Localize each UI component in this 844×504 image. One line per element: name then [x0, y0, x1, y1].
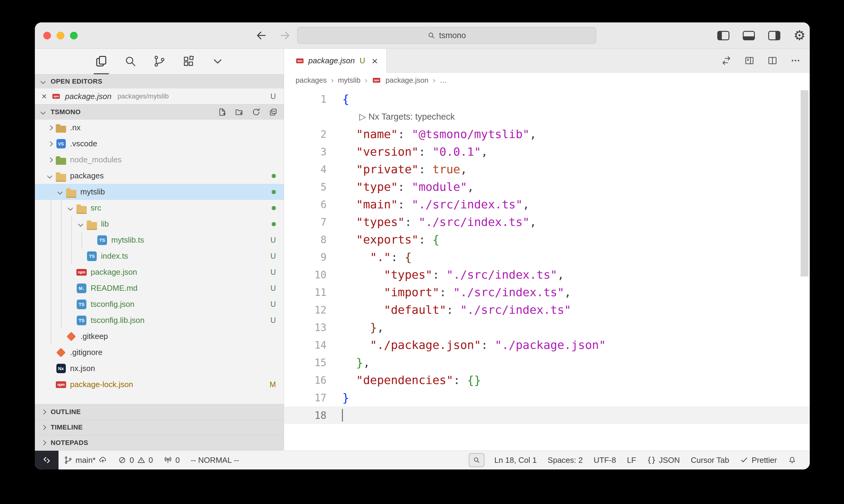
- tree-item[interactable]: package.json U: [35, 264, 284, 280]
- zoom-window-button[interactable]: [70, 32, 77, 39]
- new-file-icon[interactable]: [218, 108, 227, 116]
- breadcrumb-item[interactable]: mytslib: [338, 76, 360, 85]
- code-line[interactable]: 16 "dependencies": {}: [284, 371, 810, 389]
- notifications-bell[interactable]: [782, 451, 802, 469]
- formatter-indicator[interactable]: Prettier: [735, 451, 782, 469]
- code-line[interactable]: 18: [284, 407, 810, 424]
- broadcast-indicator[interactable]: 0: [158, 451, 185, 469]
- cursor-position[interactable]: Ln 18, Col 1: [489, 451, 542, 469]
- tree-item[interactable]: .vscode: [35, 136, 284, 152]
- tree-chevron-icon[interactable]: [46, 172, 55, 181]
- split-editor-icon[interactable]: [767, 55, 778, 66]
- code-line[interactable]: 1 {: [284, 90, 810, 108]
- eol-indicator[interactable]: LF: [621, 451, 641, 469]
- collapse-all-icon[interactable]: [269, 108, 278, 116]
- tab-package-json[interactable]: package.json U ×: [284, 49, 386, 73]
- tree-chevron-icon[interactable]: [46, 348, 55, 357]
- code-line[interactable]: 3 "version": "0.0.1",: [284, 143, 810, 161]
- editor-scrollbar[interactable]: [800, 90, 809, 276]
- extensions-icon[interactable]: [181, 49, 196, 74]
- code-line[interactable]: 9 ".": {: [284, 248, 810, 266]
- more-views-chevron-icon[interactable]: [210, 49, 225, 74]
- new-folder-icon[interactable]: [235, 108, 244, 116]
- tree-item[interactable]: tsconfig.lib.json U: [35, 312, 284, 328]
- command-center-search[interactable]: tsmono: [297, 27, 596, 44]
- cursor-tab-indicator[interactable]: Cursor Tab: [686, 451, 735, 469]
- code-line[interactable]: 12 "default": "./src/index.ts": [284, 301, 810, 319]
- breadcrumb-item[interactable]: packages: [296, 76, 327, 85]
- tree-chevron-icon[interactable]: [46, 123, 55, 132]
- tree-chevron-icon[interactable]: [77, 252, 86, 261]
- tree-item[interactable]: package-lock.json M: [35, 377, 284, 393]
- tree-chevron-icon[interactable]: [77, 220, 86, 229]
- close-tab-icon[interactable]: ×: [372, 56, 378, 66]
- open-editors-header[interactable]: OPEN EDITORS: [35, 74, 284, 88]
- tree-chevron-icon[interactable]: [46, 156, 55, 164]
- tree-chevron-icon[interactable]: [56, 187, 65, 197]
- remote-indicator[interactable]: [35, 451, 58, 469]
- code-line[interactable]: 15 },: [284, 354, 810, 371]
- tree-chevron-icon[interactable]: [66, 300, 75, 309]
- code-line[interactable]: 11 "import": "./src/index.ts",: [284, 284, 810, 301]
- more-actions-icon[interactable]: [790, 55, 800, 66]
- refresh-icon[interactable]: [252, 108, 261, 116]
- toggle-primary-sidebar-icon[interactable]: [717, 31, 729, 40]
- project-header[interactable]: TSMONO: [35, 104, 284, 120]
- code-line[interactable]: 5 "type": "module",: [284, 178, 810, 196]
- indentation-indicator[interactable]: Spaces: 2: [542, 451, 588, 469]
- code-line[interactable]: 2 "name": "@tsmono/mytslib",: [284, 125, 810, 143]
- navigate-back-button[interactable]: [256, 30, 267, 41]
- close-window-button[interactable]: [44, 32, 51, 39]
- branch-indicator[interactable]: main*: [58, 451, 113, 469]
- tree-chevron-icon[interactable]: [87, 236, 96, 245]
- encoding-indicator[interactable]: UTF-8: [588, 451, 621, 469]
- tree-chevron-icon[interactable]: [66, 268, 75, 277]
- tree-item[interactable]: .gitkeep: [35, 328, 284, 344]
- tree-item[interactable]: lib: [35, 216, 284, 232]
- code-line[interactable]: 14 "./package.json": "./package.json": [284, 336, 810, 354]
- tree-item[interactable]: .nx: [35, 120, 284, 136]
- tree-chevron-icon[interactable]: [66, 284, 75, 293]
- navigate-forward-button[interactable]: [279, 30, 291, 41]
- code-line[interactable]: 7 "types": "./src/index.ts",: [284, 213, 810, 231]
- compare-changes-icon[interactable]: [721, 55, 731, 66]
- breadcrumb-item[interactable]: package.json: [385, 76, 428, 85]
- code-line[interactable]: 8 "exports": {: [284, 231, 810, 248]
- tree-item[interactable]: src: [35, 200, 284, 216]
- tree-item[interactable]: mytslib.ts U: [35, 232, 284, 248]
- source-control-icon[interactable]: [152, 49, 167, 74]
- toggle-secondary-sidebar-icon[interactable]: [768, 31, 780, 40]
- sidebar-pane-header[interactable]: TIMELINE: [35, 419, 284, 435]
- tree-chevron-icon[interactable]: [56, 332, 65, 341]
- tree-item[interactable]: node_modules: [35, 152, 284, 168]
- code-line[interactable]: ▷ Nx Targets: typecheck: [284, 108, 810, 125]
- code-area[interactable]: 1 { ▷ Nx Targets: typecheck 2 "name": "@…: [284, 88, 810, 450]
- tree-chevron-icon[interactable]: [46, 380, 55, 389]
- tree-item[interactable]: nx.json: [35, 360, 284, 377]
- open-editor-item[interactable]: × package.json packages/mytslib U: [35, 88, 284, 104]
- zoom-button[interactable]: [469, 453, 484, 467]
- settings-gear-icon[interactable]: ⚙: [794, 29, 806, 42]
- tree-item[interactable]: .gitignore: [35, 344, 284, 360]
- toggle-panel-icon[interactable]: [743, 31, 755, 40]
- code-line[interactable]: 10 "types": "./src/index.ts",: [284, 266, 810, 284]
- tree-chevron-icon[interactable]: [46, 364, 55, 373]
- breadcrumb-item[interactable]: …: [440, 76, 447, 85]
- open-preview-icon[interactable]: [744, 55, 755, 66]
- tree-item[interactable]: packages: [35, 168, 284, 184]
- code-line[interactable]: 13 },: [284, 319, 810, 336]
- tree-item[interactable]: index.ts U: [35, 248, 284, 264]
- tree-chevron-icon[interactable]: [66, 203, 75, 213]
- code-line[interactable]: 4 "private": true,: [284, 161, 810, 178]
- sidebar-pane-header[interactable]: NOTEPADS: [35, 435, 284, 450]
- tree-chevron-icon[interactable]: [46, 139, 55, 148]
- problems-indicator[interactable]: 0 0: [113, 451, 158, 469]
- code-line[interactable]: 17 }: [284, 389, 810, 407]
- explorer-icon[interactable]: [94, 49, 109, 74]
- close-editor-icon[interactable]: ×: [41, 92, 47, 101]
- tree-item[interactable]: tsconfig.json U: [35, 296, 284, 312]
- code-line[interactable]: 6 "main": "./src/index.ts",: [284, 196, 810, 213]
- vim-mode-indicator[interactable]: -- NORMAL --: [185, 451, 244, 469]
- tree-chevron-icon[interactable]: [66, 316, 75, 325]
- tree-item[interactable]: README.md U: [35, 280, 284, 296]
